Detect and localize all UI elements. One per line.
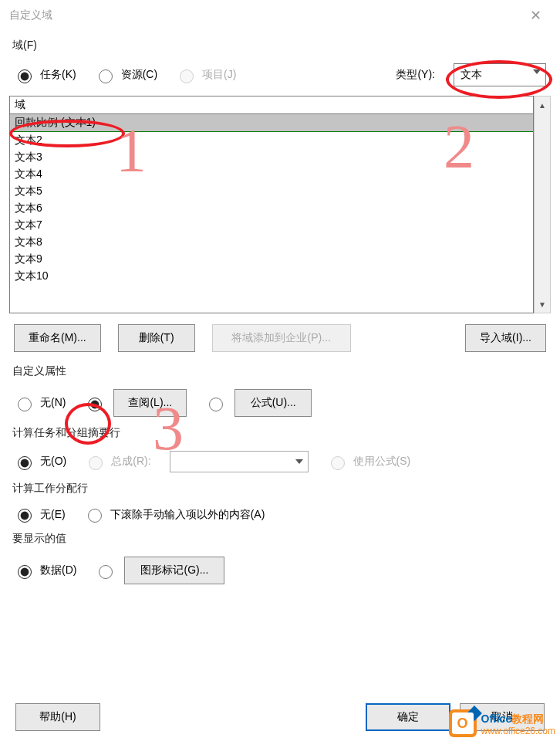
list-item[interactable]: 文本5 [10,183,533,200]
list-item[interactable]: 文本8 [10,234,533,251]
radio-resource[interactable]: 资源(C) [95,67,157,83]
radio-resource-label: 资源(C) [121,68,157,82]
group-label-field: 域(F) [12,39,551,52]
list-item[interactable]: 文本6 [10,200,533,217]
custom-attributes-group: 自定义属性 无(N) 查阅(L)... 公式(U)... [9,364,551,417]
field-buttons-row: 重命名(M)... 删除(T) 将域添加到企业(P)... 导入域(I)... [9,324,551,357]
group-label-calc-task: 计算任务和分组摘要行 [12,426,551,440]
list-item[interactable]: 文本10 [10,268,533,285]
scroll-track[interactable] [535,113,550,296]
rename-button[interactable]: 重命名(M)... [14,324,101,352]
radio-task-label: 任务(K) [40,68,76,82]
radio-calc-rollup: 总成(R): [85,454,150,470]
radio-attr-lookup-input[interactable] [88,398,102,411]
list-item[interactable]: 回款比例 (文本1) [10,114,533,132]
field-listbox[interactable]: 域 回款比例 (文本1) 文本2 文本3 文本4 文本5 文本6 文本7 文本8… [9,96,534,313]
radio-attr-lookup[interactable]: 查阅(L)... [84,389,187,417]
help-button[interactable]: 帮助(H) [15,703,100,731]
title-bar: 自定义域 ✕ [0,0,560,31]
radio-attr-none-input[interactable] [18,398,32,411]
type-select[interactable]: 文本 [454,63,546,86]
lookup-button[interactable]: 查阅(L)... [113,389,187,417]
scroll-down-icon[interactable]: ▼ [535,296,550,313]
graphic-indicators-button[interactable]: 图形标记(G)... [124,557,224,584]
field-listbox-wrap: 域 回款比例 (文本1) 文本2 文本3 文本4 文本5 文本6 文本7 文本8… [9,96,551,313]
radio-display-data-input[interactable] [18,565,32,579]
field-group: 域(F) 任务(K) 资源(C) 项目(J) 类型(Y): 文本 域 回款比例 … [9,39,551,357]
group-label-calc-assign: 计算工作分配行 [12,482,551,496]
list-item[interactable]: 文本7 [10,217,533,234]
radio-display-data[interactable]: 数据(D) [14,563,76,579]
radio-assign-rolldown-label: 下滚除手动输入项以外的内容(A) [110,508,265,522]
radio-calc-none-input[interactable] [18,456,32,470]
list-item[interactable]: 文本9 [10,251,533,268]
radio-assign-none[interactable]: 无(E) [14,506,66,523]
radio-calc-formula: 使用公式(S) [327,454,411,470]
calc-assign-group: 计算工作分配行 无(E) 下滚除手动输入项以外的内容(A) [9,482,551,523]
radio-assign-none-input[interactable] [18,509,32,523]
list-item[interactable]: 文本2 [10,132,533,149]
list-header: 域 [10,96,533,114]
watermark-text: Office教程网 www.office26.com [481,711,556,736]
radio-calc-rollup-input [89,456,103,470]
radio-attr-none[interactable]: 无(N) [14,395,66,411]
radio-assign-rolldown[interactable]: 下滚除手动输入项以外的内容(A) [84,506,265,523]
watermark-badge-icon: O [449,709,477,737]
radio-task[interactable]: 任务(K) [14,67,76,83]
chevron-down-icon [533,69,541,74]
calc-task-group: 计算任务和分组摘要行 无(O) 总成(R): 使用公式(S) [9,426,551,472]
scroll-up-icon[interactable]: ▲ [535,96,550,113]
radio-project-label: 项目(J) [202,68,236,82]
radio-resource-input[interactable] [99,69,113,83]
radio-assign-rolldown-input[interactable] [88,509,102,523]
import-field-button[interactable]: 导入域(I)... [465,324,546,352]
radio-project: 项目(J) [176,67,236,83]
rollup-select [170,451,309,472]
radio-calc-formula-label: 使用公式(S) [353,455,411,469]
watermark-logo: O Office教程网 www.office26.com [449,709,556,737]
radio-project-input [180,69,194,83]
radio-display-graphic[interactable]: 图形标记(G)... [95,557,224,584]
delete-button[interactable]: 删除(T) [118,324,195,352]
group-label-custom-attr: 自定义属性 [12,364,551,378]
type-select-value: 文本 [460,68,482,82]
list-item[interactable]: 文本3 [10,149,533,166]
field-type-row: 任务(K) 资源(C) 项目(J) 类型(Y): 文本 [9,63,551,86]
radio-task-input[interactable] [18,69,32,83]
list-item[interactable]: 文本4 [10,166,533,183]
radio-assign-none-label: 无(E) [40,508,66,522]
group-label-display: 要显示的值 [12,532,551,546]
add-enterprise-button: 将域添加到企业(P)... [212,324,351,352]
close-icon[interactable]: ✕ [520,7,551,24]
ok-button[interactable]: 确定 [366,703,450,731]
chevron-down-icon [295,459,303,464]
radio-attr-none-label: 无(N) [40,396,66,410]
window-title: 自定义域 [9,8,520,22]
display-value-group: 要显示的值 数据(D) 图形标记(G)... [9,532,551,584]
radio-calc-formula-input [331,456,345,470]
radio-display-graphic-input[interactable] [99,565,113,579]
scrollbar[interactable]: ▲ ▼ [534,96,551,313]
radio-attr-formula[interactable]: 公式(U)... [205,389,312,417]
radio-display-data-label: 数据(D) [40,564,76,577]
radio-calc-rollup-label: 总成(R): [111,455,150,469]
radio-calc-none-label: 无(O) [40,455,66,469]
radio-calc-none[interactable]: 无(O) [14,454,66,470]
type-label: 类型(Y): [396,68,435,82]
radio-attr-formula-input[interactable] [209,398,223,411]
formula-button[interactable]: 公式(U)... [234,389,312,417]
